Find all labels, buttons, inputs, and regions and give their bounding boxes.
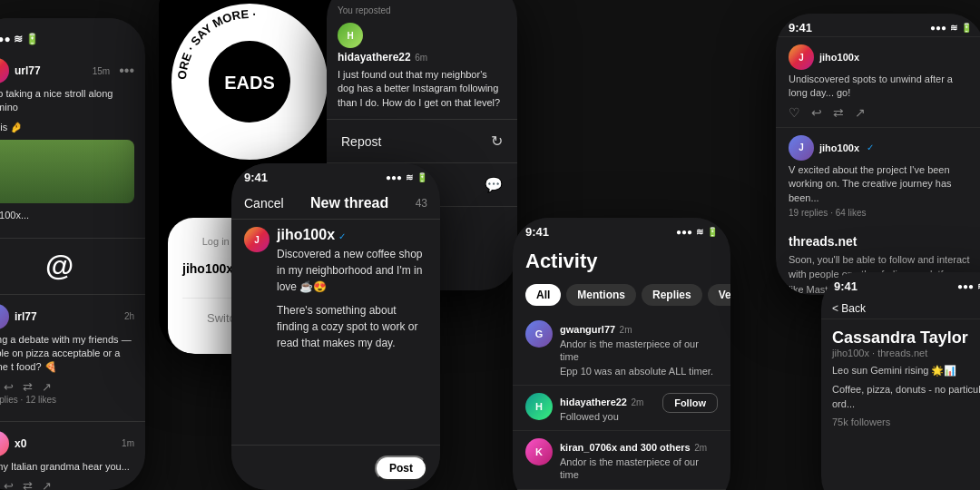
post-stats-avatar: J: [789, 135, 814, 161]
profile-body: Cassandra Taylor jiho100x · threads.net …: [821, 319, 980, 436]
feed-text-1: Also taking a nice stroll along Domino: [0, 87, 134, 115]
post-top-avatar: J: [789, 44, 814, 70]
feed-user2: jiho100x...: [0, 209, 134, 222]
repost-icon-top[interactable]: ⇄: [833, 105, 844, 120]
activity-status-time: 9:41: [525, 225, 549, 239]
activity-text-1b: Epp 10 was an absolute ALL timer.: [560, 365, 718, 377]
activity-avatar-1: G: [525, 320, 553, 348]
activity-text-3: Andor is the masterpiece of our time: [560, 456, 718, 482]
username-hidaya: hidayathere22: [338, 51, 411, 64]
activity-time-3: 2m: [694, 443, 707, 453]
feed-item-4: X x0 1m et my Italian grandma hear you..…: [0, 422, 145, 490]
profile-status-time: 9:41: [834, 279, 858, 293]
activity-username-3: kiran_0706x and 300 others: [560, 442, 691, 453]
timestamp-4: 1m: [122, 438, 134, 448]
activity-info-3: kiran_0706x and 300 others 2m Andor is t…: [560, 438, 718, 482]
feed-time: ●●● ≋ 🔋: [0, 33, 39, 45]
reply-icon-4[interactable]: ↩: [4, 479, 14, 490]
activity-item-3: K kiran_0706x and 300 others 2m Andor is…: [513, 431, 730, 490]
repost-action-icon: ↻: [491, 132, 503, 150]
phone-profile: 9:41 ●●● ≋ 🔋 < Back Cassandra Taylor jih…: [821, 272, 980, 490]
info-status-time: 9:41: [789, 21, 812, 34]
activity-time-2: 2m: [631, 397, 643, 407]
phone-feed-left: ●●● ≋ 🔋 U url77 15m ••• Also taking a ni…: [0, 18, 145, 490]
repost-icon-4[interactable]: ⇄: [23, 479, 33, 490]
threads-site-title: threads.net: [789, 234, 972, 249]
repost-text: I just found out that my neighbor's dog …: [338, 68, 506, 110]
feed-subtext-1: lter is 🤌: [0, 121, 134, 134]
timestamp-3: 2h: [124, 311, 134, 321]
post-top-actions: ♡ ↩ ⇄ ↗: [789, 105, 972, 120]
activity-item-1: G gwangurl77 2m Andor is the masterpiece…: [513, 313, 730, 386]
activity-time-1: 2m: [620, 325, 632, 335]
feed-item-3: I irl77 2h aving a debate with my friend…: [0, 295, 145, 422]
svg-text:EADS: EADS: [224, 73, 275, 93]
share-icon-4[interactable]: ↗: [42, 479, 52, 490]
avatar-x0: X: [0, 431, 9, 456]
activity-text-2: Followed you: [560, 410, 655, 423]
more-icon-1[interactable]: •••: [119, 63, 134, 79]
thread-text-1[interactable]: Discovered a new coffee shop in my neigh…: [277, 246, 427, 295]
profile-followers: 75k followers: [832, 416, 980, 427]
profile-bio-2: Coffee, pizza, donuts - no particular or…: [832, 383, 980, 411]
tab-verified[interactable]: Verifi...: [708, 284, 730, 306]
post-stats-username: jiho100x: [819, 142, 859, 153]
reply-icon-top[interactable]: ↩: [811, 105, 822, 120]
feed-image-1: [0, 140, 134, 203]
repost-action[interactable]: Repost ↻: [327, 120, 517, 163]
share-icon-3[interactable]: ↗: [42, 380, 52, 394]
timestamp-1: 15m: [93, 66, 110, 76]
share-icon-top[interactable]: ↗: [855, 105, 866, 120]
feed-actions-4: ♡ ↩ ⇄ ↗: [0, 479, 134, 490]
quote-action-icon: 💬: [485, 176, 503, 193]
username-x0: x0: [15, 437, 26, 450]
activity-username-1: gwangurl77: [560, 324, 615, 335]
activity-title: Activity: [513, 240, 730, 280]
follow-button-2[interactable]: Follow: [662, 393, 718, 413]
activity-username-2: hidayathere22: [560, 397, 627, 407]
activity-info-2: hidayathere22 2m Followed you: [560, 393, 655, 423]
avatar-hidaya: H: [338, 23, 363, 48]
newthread-body: J jiho100x ✓ Discovered a new coffee sho…: [231, 220, 440, 358]
tab-all[interactable]: All: [525, 284, 561, 306]
profile-handle: jiho100x · threads.net: [832, 348, 980, 358]
newthread-header: Cancel New thread 43: [231, 186, 440, 219]
filter-tabs: All Mentions Replies Verifi...: [513, 280, 730, 313]
phone-activity: 9:41 ●●● ≋ 🔋 Activity All Mentions Repli…: [513, 218, 730, 490]
heart-icon-top[interactable]: ♡: [789, 105, 800, 120]
thread-text-2[interactable]: There's something about finding a cozy s…: [277, 302, 427, 351]
cancel-button[interactable]: Cancel: [244, 196, 284, 211]
profile-status-icons: ●●● ≋ 🔋: [957, 281, 980, 291]
tab-replies[interactable]: Replies: [642, 284, 702, 306]
newthread-title: New thread: [310, 195, 388, 211]
avatar-url77: U: [0, 58, 9, 83]
feed-actions-3: ♡ ↩ ⇄ ↗: [0, 380, 134, 394]
repost-icon-3[interactable]: ⇄: [23, 380, 33, 394]
post-top-username: jiho100x: [819, 52, 859, 63]
char-count: 43: [416, 197, 427, 210]
profile-name: Cassandra Taylor: [832, 328, 980, 348]
post-top-text: Undiscovered spots to unwind after a lon…: [789, 73, 972, 101]
phone-newthread: 9:41 ●●● ≋ 🔋 Cancel New thread 43 J jiho…: [231, 163, 440, 490]
activity-info-1: gwangurl77 2m Andor is the masterpiece o…: [560, 320, 718, 377]
profile-bio-1: Leo sun Gemini rising 🌟📊: [832, 364, 980, 377]
feed-text-4: et my Italian grandma hear you...: [0, 460, 134, 474]
newthread-status-icons: ●●● ≋ 🔋: [386, 172, 427, 182]
back-button[interactable]: < Back: [832, 302, 866, 315]
activity-avatar-3: K: [525, 438, 553, 466]
post-stats: 19 replies · 64 likes: [789, 208, 972, 218]
timestamp-repost: 6m: [415, 53, 427, 63]
newthread-verified: ✓: [338, 231, 346, 241]
repost-post: H hidayathere22 6m I just found out that…: [327, 17, 517, 120]
repost-label: Repost: [341, 134, 381, 149]
newthread-status-time: 9:41: [244, 171, 268, 184]
post-button[interactable]: Post: [375, 456, 427, 481]
username-url77: url77: [15, 64, 41, 77]
post-item-stats: J jiho100x ✓ V excited about the project…: [776, 127, 980, 225]
post-item-top: J jiho100x Undiscovered spots to unwind …: [776, 36, 980, 127]
activity-text-1a: Andor is the masterpiece of our time: [560, 338, 718, 364]
reply-icon-3[interactable]: ↩: [4, 380, 14, 394]
feed-item-1: U url77 15m ••• Also taking a nice strol…: [0, 49, 145, 239]
tab-mentions[interactable]: Mentions: [566, 284, 636, 306]
newthread-username: jiho100x: [277, 227, 335, 242]
